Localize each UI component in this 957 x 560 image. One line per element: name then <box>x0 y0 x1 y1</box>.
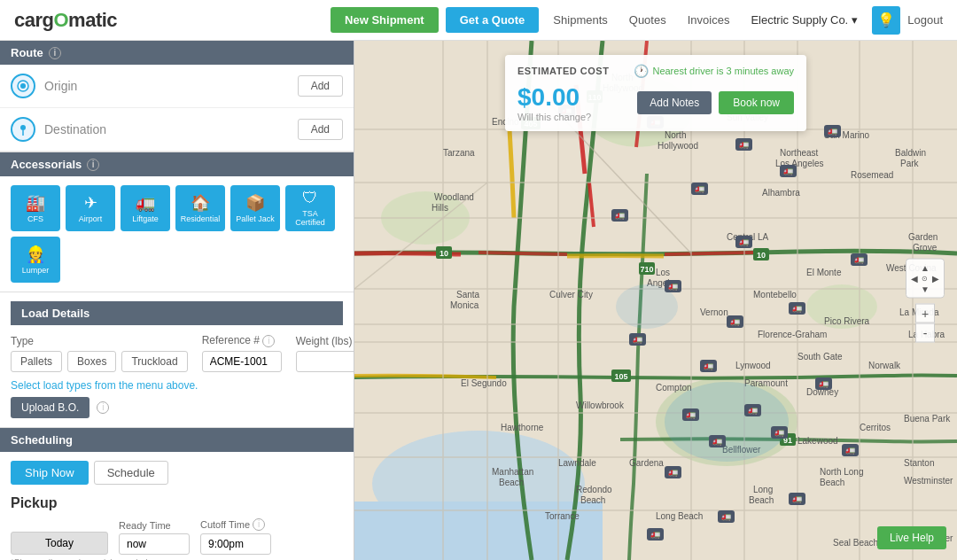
cutoff-info-icon[interactable]: i <box>253 518 265 531</box>
origin-add-button[interactable]: Add <box>298 75 343 97</box>
nav-quotes[interactable]: Quotes <box>622 10 673 30</box>
acc-btn-lumper[interactable]: 👷Lumper <box>11 237 60 283</box>
map-navigation: ▲ ◀ ⊙ ▶ ▼ + - <box>906 259 945 343</box>
type-buttons: PalletsBoxesTruckload <box>11 351 188 372</box>
nav-invoices[interactable]: Invoices <box>681 10 737 30</box>
svg-point-0 <box>20 83 26 89</box>
origin-label: Origin <box>44 79 298 93</box>
truck-marker: 🚛 <box>780 165 797 177</box>
svg-point-2 <box>20 125 26 130</box>
truck-marker: 🚛 <box>851 253 868 266</box>
acc-btn-cfs[interactable]: 🏭CFS <box>11 185 60 231</box>
truck-marker: 🚛 <box>665 466 681 478</box>
truck-marker: 🚛 <box>709 435 726 447</box>
route-info-icon[interactable]: i <box>49 47 61 59</box>
cost-actions: Add Notes Book now <box>637 91 794 114</box>
nav-br <box>930 284 940 294</box>
ready-time-col: Ready Time <box>119 520 190 555</box>
load-details-header: Load Details <box>11 301 343 325</box>
truck-marker: 🚛 <box>735 138 752 151</box>
cutoff-time-col: Cutoff Time i <box>200 518 271 555</box>
type-truckload[interactable]: Truckload <box>121 351 187 372</box>
truck-marker: 🚛 <box>735 236 752 248</box>
acc-btn-tsa-certified[interactable]: 🛡TSA Certified <box>285 185 335 231</box>
destination-add-button[interactable]: Add <box>298 119 343 140</box>
main-content: Route i Origin Add <box>0 41 957 560</box>
scheduling-section: Scheduling Ship Now Schedule Pickup Toda… <box>0 428 354 561</box>
route-section: Route i Origin Add <box>0 41 354 152</box>
accessorials-info-icon[interactable]: i <box>87 159 99 171</box>
zoom-out-button[interactable]: - <box>915 323 935 343</box>
pickup-row: Today Ready Time Cutoff Time i <box>11 518 343 555</box>
type-boxes[interactable]: Boxes <box>67 351 116 372</box>
truck-marker: 🚛 <box>611 209 628 222</box>
type-pallets[interactable]: Pallets <box>11 351 62 372</box>
type-label: Type <box>11 335 188 347</box>
load-details-inline: Type PalletsBoxesTruckload Reference # i… <box>11 334 343 372</box>
nav-bl <box>910 284 920 294</box>
destination-label: Destination <box>44 122 298 136</box>
weight-input[interactable] <box>296 351 354 372</box>
chevron-down-icon: ▾ <box>852 13 858 27</box>
truck-marker: 🚛 <box>665 280 681 292</box>
zoom-in-button[interactable]: + <box>915 304 935 323</box>
destination-item: Destination Add <box>0 108 354 152</box>
ship-now-button[interactable]: Ship Now <box>11 461 89 485</box>
nav-right[interactable]: ▶ <box>930 274 940 284</box>
nav-center[interactable]: ⊙ <box>921 274 930 284</box>
truck-marker: 🚛 <box>815 377 832 390</box>
logout-button[interactable]: Logout <box>907 13 943 27</box>
scheduling-header: Scheduling <box>0 428 354 452</box>
cutoff-time-input[interactable] <box>200 533 271 555</box>
notification-button[interactable]: 💡 <box>872 6 900 35</box>
truck-marker: 🚛 <box>744 404 761 416</box>
pickup-label: Pickup <box>11 495 343 511</box>
add-notes-button[interactable]: Add Notes <box>637 91 712 114</box>
reference-input[interactable] <box>202 351 282 372</box>
truck-marker: 🚛 <box>727 315 743 328</box>
origin-item: Origin Add <box>0 65 354 108</box>
schedule-button[interactable]: Schedule <box>94 461 168 485</box>
new-shipment-button[interactable]: New Shipment <box>331 7 439 33</box>
get-quote-button[interactable]: Get a Quote <box>446 7 540 33</box>
accessorials-section: Accessorials i 🏭CFS✈Airport🚛Liftgate🏠Res… <box>0 152 354 292</box>
today-button[interactable]: Today <box>11 532 108 555</box>
type-col: Type PalletsBoxesTruckload <box>11 335 188 372</box>
header: cargOmatic New Shipment Get a Quote Ship… <box>0 0 957 41</box>
left-panel: Route i Origin Add <box>0 41 354 560</box>
map-area[interactable]: 405 110 10 10 105 91 710 North Hollywood… <box>354 41 957 560</box>
estimated-cost-title: ESTIMATED COST <box>517 66 609 76</box>
live-help-button[interactable]: Live Help <box>877 526 946 549</box>
book-now-button[interactable]: Book now <box>719 91 794 114</box>
reference-info-icon[interactable]: i <box>262 335 275 347</box>
nav-left[interactable]: ◀ <box>910 274 920 284</box>
acc-btn-airport[interactable]: ✈Airport <box>66 185 115 231</box>
truck-marker: 🚛 <box>789 302 805 315</box>
destination-icon <box>11 117 35 142</box>
weight-col: Weight (lbs) <box>296 335 354 372</box>
nav-up[interactable]: ▲ <box>921 263 930 273</box>
accessorials-buttons: 🏭CFS✈Airport🚛Liftgate🏠Residential📦Pallet… <box>0 176 354 292</box>
upload-bo-button[interactable]: Upload B.O. <box>11 397 89 418</box>
ready-time-input[interactable] <box>119 533 190 555</box>
acc-btn-pallet-jack[interactable]: 📦Pallet Jack <box>230 185 280 231</box>
acc-btn-residential[interactable]: 🏠Residential <box>175 185 225 231</box>
accessorials-header: Accessorials i <box>0 152 354 176</box>
acc-btn-liftgate[interactable]: 🚛Liftgate <box>121 185 170 231</box>
company-selector[interactable]: Electric Supply Co. ▾ <box>743 10 865 30</box>
truck-marker: 🚛 <box>824 125 841 137</box>
nav-shipments[interactable]: Shipments <box>546 10 614 30</box>
truck-marker: 🚛 <box>842 444 859 456</box>
scheduling-body: Ship Now Schedule Pickup Today Ready Tim… <box>0 452 354 561</box>
origin-icon <box>11 74 35 98</box>
weight-label: Weight (lbs) <box>296 335 354 347</box>
cost-amount: $0.00 <box>517 83 591 112</box>
logo: cargOmatic <box>14 9 117 32</box>
upload-info-icon[interactable]: i <box>97 401 109 414</box>
nav-tl <box>910 263 920 273</box>
truck-marker: 🚛 <box>647 528 664 541</box>
map-zoom: + - <box>915 304 935 343</box>
truck-marker: 🚛 <box>629 333 646 346</box>
truck-marker: 🚛 <box>718 510 735 523</box>
nav-down[interactable]: ▼ <box>921 284 930 294</box>
